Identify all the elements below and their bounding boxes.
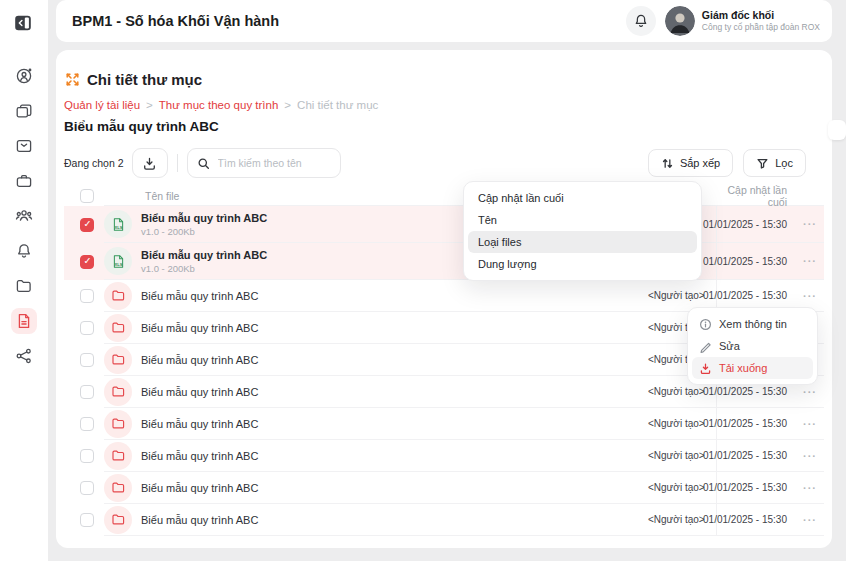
svg-text:XLS: XLS: [114, 224, 122, 229]
row-type-icon: XLS: [104, 474, 132, 502]
row-type-icon: XLS: [104, 506, 132, 534]
breadcrumb-current: Chi tiết thư mục: [297, 99, 378, 111]
folder-icon: [111, 512, 126, 527]
row-checkbox-cell: [64, 280, 104, 312]
sidebar: [0, 0, 48, 561]
sort-option-size[interactable]: Dung lượng: [468, 253, 697, 275]
table-row[interactable]: XLS Biểu mẫu quy trình ABC v1.0 - 200Kb …: [64, 206, 824, 243]
app-header: BPM1 - Số hóa Khối Vận hành Giám đốc khố…: [56, 0, 832, 42]
row-text: Biểu mẫu quy trình ABC: [141, 450, 648, 462]
row-menu-button[interactable]: ···: [796, 218, 824, 230]
table-row[interactable]: XLS Biểu mẫu quy trình ABC <Người tạo> 0…: [64, 408, 824, 440]
row-text: Biểu mẫu quy trình ABC: [141, 354, 648, 366]
sidebar-item-workflow[interactable]: [11, 343, 37, 369]
svg-text:XLS: XLS: [114, 261, 122, 266]
breadcrumb-link-process-folders[interactable]: Thư mục theo quy trình: [159, 99, 279, 111]
row-checkbox[interactable]: [80, 385, 94, 399]
row-menu-button[interactable]: ···: [796, 482, 824, 494]
app-title: BPM1 - Số hóa Khối Vận hành: [72, 13, 279, 29]
sidebar-toggle-button[interactable]: [13, 12, 35, 34]
row-updated: 01/01/2025 - 15:30: [716, 243, 796, 279]
notifications-button[interactable]: [626, 6, 656, 36]
sort-button[interactable]: Sắp xếp: [648, 149, 733, 177]
row-checkbox[interactable]: [80, 353, 94, 367]
sidebar-item-notifications[interactable]: [11, 238, 37, 264]
user-menu[interactable]: Giám đốc khối Công ty cổ phần tập đoàn R…: [665, 6, 820, 36]
table-row[interactable]: XLS Biểu mẫu quy trình ABC <Người tạo> 0…: [64, 504, 824, 536]
row-checkbox-cell: [64, 344, 104, 376]
sidebar-item-team[interactable]: [11, 203, 37, 229]
select-all-checkbox[interactable]: [80, 189, 94, 203]
row-checkbox-cell: [64, 312, 104, 344]
row-name: Biểu mẫu quy trình ABC: [141, 386, 648, 398]
context-item-edit[interactable]: Sửa: [692, 335, 813, 357]
folder-icon: [111, 416, 126, 431]
row-text: Biểu mẫu quy trình ABC: [141, 418, 648, 430]
table-header: Tên file Cập nhật lần cuối: [64, 186, 824, 206]
sidebar-item-cards[interactable]: [11, 98, 37, 124]
table-row[interactable]: XLS Biểu mẫu quy trình ABC v1.0 - 200Kb …: [64, 243, 824, 280]
row-menu-button[interactable]: ···: [796, 418, 824, 430]
briefcase-icon: [15, 172, 33, 190]
breadcrumb-separator: >: [284, 99, 291, 111]
context-item-label: Sửa: [719, 340, 740, 352]
row-menu-button[interactable]: ···: [796, 514, 824, 526]
table-row[interactable]: XLS Biểu mẫu quy trình ABC <Người tạo> 0…: [64, 472, 824, 504]
row-name: Biểu mẫu quy trình ABC: [141, 322, 648, 334]
breadcrumb: Quản lý tài liệu > Thư mục theo quy trìn…: [64, 98, 824, 112]
context-item-label: Xem thông tin: [719, 318, 787, 330]
row-type-icon: XLS: [104, 314, 132, 342]
breadcrumb-separator: >: [146, 99, 153, 111]
xls-file-icon: XLS: [111, 217, 126, 232]
row-checkbox[interactable]: [80, 321, 94, 335]
breadcrumb-link-documents[interactable]: Quản lý tài liệu: [64, 99, 140, 111]
row-checkbox[interactable]: [80, 255, 94, 269]
folder-icon: [111, 384, 126, 399]
row-name: Biểu mẫu quy trình ABC: [141, 290, 648, 302]
sidebar-item-documents[interactable]: [11, 308, 37, 334]
row-type-icon: XLS: [104, 346, 132, 374]
row-checkbox[interactable]: [80, 218, 94, 232]
folder-icon: [111, 480, 126, 495]
context-item-download[interactable]: Tải xuống: [692, 357, 813, 379]
sort-option-file-type[interactable]: Loại files: [468, 231, 697, 253]
row-menu-button[interactable]: ···: [796, 290, 824, 302]
user-avatar: [665, 6, 695, 36]
table-row[interactable]: XLS Biểu mẫu quy trình ABC <Người tạo> 0…: [64, 440, 824, 472]
sort-option-name[interactable]: Tên: [468, 209, 697, 231]
row-text: Biểu mẫu quy trình ABC: [141, 290, 648, 302]
context-item-view-info[interactable]: Xem thông tin: [692, 313, 813, 335]
side-panel-handle[interactable]: [828, 120, 846, 140]
search-input[interactable]: [216, 156, 331, 170]
toolbar-divider: [177, 154, 178, 172]
header-actions: Giám đốc khối Công ty cổ phần tập đoàn R…: [626, 6, 820, 36]
toolbar: Đang chọn 2: [64, 148, 824, 178]
sidebar-item-briefcase[interactable]: [11, 168, 37, 194]
row-type-icon: XLS: [104, 378, 132, 406]
filter-icon: [756, 157, 769, 170]
filter-button[interactable]: Lọc: [743, 149, 806, 177]
header-checkbox-cell: [64, 186, 104, 206]
account-icon: [15, 67, 33, 85]
inbox-icon: [15, 137, 33, 155]
row-checkbox[interactable]: [80, 513, 94, 527]
folder-icon: [111, 352, 126, 367]
row-checkbox[interactable]: [80, 481, 94, 495]
download-selected-button[interactable]: [132, 148, 168, 178]
row-name: Biểu mẫu quy trình ABC: [141, 354, 648, 366]
row-menu-button[interactable]: ···: [796, 386, 824, 398]
row-menu-button[interactable]: ···: [796, 450, 824, 462]
bell-icon: [15, 242, 33, 260]
sidebar-item-inbox[interactable]: [11, 133, 37, 159]
row-checkbox[interactable]: [80, 449, 94, 463]
row-checkbox[interactable]: [80, 417, 94, 431]
sidebar-item-folders[interactable]: [11, 273, 37, 299]
sort-option-updated[interactable]: Cập nhật lần cuối: [468, 187, 697, 209]
sidebar-nav: [11, 63, 37, 369]
row-checkbox-cell: [64, 472, 104, 504]
row-type-icon: XLS: [104, 410, 132, 438]
sidebar-item-account[interactable]: [11, 63, 37, 89]
row-menu-button[interactable]: ···: [796, 255, 824, 267]
row-context-menu: Xem thông tin Sửa Tải xuống: [687, 307, 818, 385]
row-checkbox[interactable]: [80, 289, 94, 303]
